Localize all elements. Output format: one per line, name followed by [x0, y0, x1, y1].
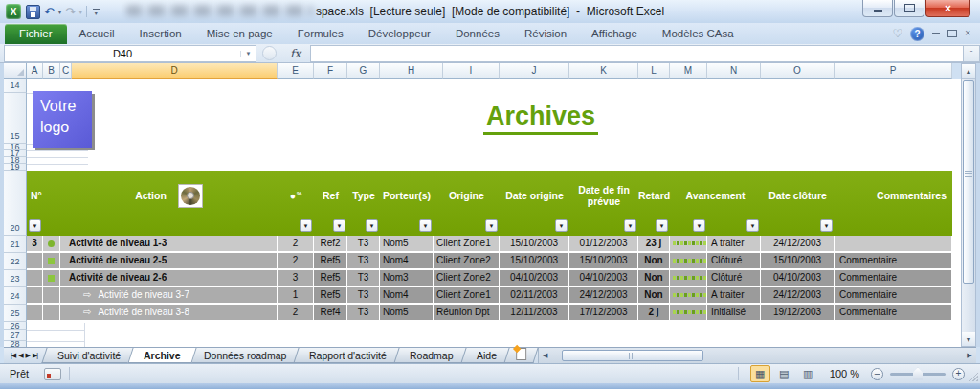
cell-bullet[interactable] — [43, 253, 60, 268]
ribbon-tab-r-vision[interactable]: Révision — [512, 24, 579, 44]
view-page-layout-icon[interactable]: ▤ — [774, 365, 794, 382]
cell-date_origine[interactable]: 04/10/2003 — [500, 270, 569, 286]
cell-statut[interactable]: Initialisé — [707, 305, 761, 320]
cell-date_origine[interactable]: 12/11/2003 — [500, 305, 569, 320]
ribbon-tab-mise-en-page[interactable]: Mise en page — [194, 24, 285, 44]
filter-dropdown-icon[interactable]: ▼ — [485, 219, 498, 232]
ribbon-tab-d-veloppeur[interactable]: Développeur — [356, 24, 443, 44]
row-header-27[interactable]: 27 — [4, 330, 27, 341]
cell-porteur[interactable]: Nom3 — [380, 270, 434, 286]
scroll-right-icon[interactable]: ▶ — [963, 352, 976, 359]
expand-formula-bar-icon[interactable]: ˇ — [963, 45, 980, 62]
scroll-left-icon[interactable]: ◀ — [539, 352, 552, 359]
filter-dropdown-icon[interactable]: ▼ — [300, 219, 312, 232]
cell-bullet[interactable] — [43, 305, 60, 320]
cell-porteur[interactable]: Nom5 — [380, 305, 434, 320]
cell-statut[interactable]: Clôturé — [707, 270, 761, 286]
cell-retard[interactable]: 23 j — [638, 236, 670, 251]
zoom-in-icon[interactable]: + — [952, 368, 965, 380]
cell-dots[interactable] — [670, 236, 707, 251]
column-header-L[interactable]: L — [638, 63, 670, 79]
cell-origine[interactable]: Client Zone1 — [434, 287, 500, 303]
cell-date_origine[interactable]: 15/10/2003 — [500, 253, 569, 268]
favorite-icon[interactable]: ♡ — [892, 27, 902, 40]
ribbon-tab-accueil[interactable]: Accueil — [67, 24, 127, 44]
row-header-14[interactable]: 14 — [4, 79, 27, 93]
ribbon-tab-mod-les-casa[interactable]: Modèles CAsa — [650, 24, 746, 44]
cell-action[interactable]: Activité de niveau 2-5 — [60, 253, 278, 268]
resize-grip[interactable] — [968, 371, 978, 381]
vertical-scrollbar[interactable]: ▲ ▼ — [961, 63, 976, 347]
cell-porteur[interactable]: Nom4 — [380, 253, 434, 268]
cell-type[interactable]: T3 — [347, 236, 380, 251]
column-header-K[interactable]: K — [569, 63, 638, 79]
filter-dropdown-icon[interactable]: ▼ — [624, 219, 636, 232]
cell-porteur[interactable]: Nom5 — [380, 236, 434, 251]
column-header-I[interactable]: I — [443, 63, 500, 79]
ribbon-tab-insertion[interactable]: Insertion — [127, 24, 194, 44]
column-header-A[interactable]: A — [27, 63, 43, 79]
first-sheet-icon[interactable]: |◀ — [11, 352, 15, 359]
company-logo-placeholder[interactable]: Votre logo — [33, 91, 92, 148]
cell-retard[interactable]: Non — [638, 287, 670, 303]
cell-ref[interactable]: Ref5 — [314, 270, 347, 286]
filter-dropdown-icon[interactable]: ▼ — [366, 219, 378, 232]
filter-dropdown-icon[interactable]: ▼ — [656, 219, 668, 232]
filter-dropdown-icon[interactable]: ▼ — [29, 219, 41, 232]
cell-date_fin[interactable]: 17/12/2003 — [569, 305, 638, 320]
filter-dropdown-icon[interactable]: ▼ — [746, 219, 759, 232]
cell-date_fin[interactable]: 15/10/2003 — [569, 253, 638, 268]
cell-date_cloture[interactable]: 24/12/2003 — [761, 287, 835, 303]
view-normal-icon[interactable]: ▦ — [750, 365, 770, 382]
filter-dropdown-icon[interactable]: ▼ — [693, 219, 705, 232]
column-header-C[interactable]: C — [60, 63, 72, 79]
name-box-dropdown-icon[interactable]: ▼ — [240, 51, 256, 57]
cell-ref[interactable]: Ref4 — [314, 305, 347, 320]
cell-no[interactable]: 3 — [27, 236, 43, 251]
cell-bullet[interactable] — [43, 287, 60, 303]
horizontal-scrollbar[interactable]: ◀ ▶ — [538, 348, 976, 363]
cell-origine[interactable]: Réunion Dpt — [434, 305, 500, 320]
scroll-down-icon[interactable]: ▼ — [962, 332, 975, 346]
cell-commentaire[interactable] — [835, 236, 952, 251]
cell-date_cloture[interactable]: 04/10/2003 — [761, 270, 835, 286]
minimize-window-button[interactable] — [862, 0, 893, 17]
cell-retard[interactable]: Non — [638, 253, 670, 268]
cell-bullet[interactable] — [43, 236, 60, 251]
scroll-up-icon[interactable]: ▲ — [962, 64, 975, 79]
cell-no[interactable] — [27, 305, 43, 320]
cell-count[interactable]: 2 — [278, 236, 314, 251]
previous-sheet-icon[interactable]: ◀ — [18, 352, 22, 359]
column-header-B[interactable]: B — [43, 63, 60, 79]
next-sheet-icon[interactable]: ▶ — [26, 352, 30, 359]
cell-action[interactable]: Activité de niveau 2-6 — [60, 270, 278, 286]
row-header-25[interactable]: 25 — [4, 305, 27, 322]
cell-action[interactable]: Activité de niveau 1-3 — [60, 236, 278, 251]
restore-window-button[interactable] — [894, 0, 924, 17]
ribbon-tab-donn-es[interactable]: Données — [443, 24, 512, 44]
vertical-scrollbar-thumb[interactable] — [963, 80, 974, 284]
row-header-16[interactable]: 16 — [4, 144, 27, 150]
zoom-slider-handle[interactable] — [913, 368, 923, 380]
cell-type[interactable]: T3 — [347, 270, 380, 286]
row-header-24[interactable]: 24 — [4, 287, 27, 305]
ribbon-tab-formules[interactable]: Formules — [285, 24, 356, 44]
cell-date_fin[interactable]: 01/12/2003 — [569, 236, 638, 251]
cell-origine[interactable]: Client Zone2 — [434, 270, 500, 286]
record-macro-icon[interactable] — [44, 368, 61, 380]
cell-commentaire[interactable]: Commentaire — [835, 253, 952, 268]
cell-dots[interactable] — [670, 253, 707, 268]
sheet-tab-suivi-d-activit-[interactable]: Suivi d'activité — [42, 348, 137, 363]
cell-origine[interactable]: Client Zone1 — [434, 236, 500, 251]
cell-no[interactable] — [27, 287, 43, 303]
filter-dropdown-icon[interactable]: ▼ — [555, 219, 568, 232]
column-header-P[interactable]: P — [835, 63, 952, 79]
column-header-H[interactable]: H — [380, 63, 443, 79]
column-header-E[interactable]: E — [278, 63, 314, 79]
row-header-22[interactable]: 22 — [4, 253, 27, 270]
view-page-break-icon[interactable]: ▥ — [798, 365, 818, 382]
cell-date_fin[interactable]: 24/12/2003 — [569, 287, 638, 303]
cell-type[interactable]: T3 — [347, 287, 380, 303]
cell-date_cloture[interactable]: 15/10/2003 — [761, 253, 835, 268]
cell-statut[interactable]: A traiter — [707, 236, 761, 251]
